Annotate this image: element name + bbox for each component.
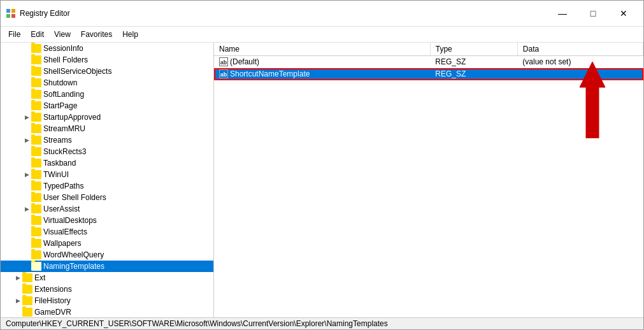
expand-arrow-startup-approved [22,113,31,122]
tree-label-wallpapers: Wallpapers [43,239,82,248]
menu-help[interactable]: Help [117,28,143,41]
row-default-type: REG_SZ [430,56,517,68]
expand-arrow-user-assist [22,204,31,213]
menu-bar: File Edit View Favorites Help [1,27,643,43]
menu-favorites[interactable]: Favorites [76,28,117,41]
expand-arrow-taskband [22,159,31,168]
folder-icon-shell-folders [31,55,41,64]
tree-label-typed-paths: TypedPaths [43,182,83,190]
expand-arrow-start-page [22,101,31,110]
expand-arrow-virtual-desktops [22,216,31,225]
row-shortcut-data [517,68,643,80]
tree-item-typed-paths[interactable]: TypedPaths [1,180,213,192]
tree-item-virtual-desktops[interactable]: VirtualDesktops [1,215,213,226]
tree-item-session-info[interactable]: SessionInfo [1,43,213,54]
tree-item-stream-mru[interactable]: StreamMRU [1,123,213,134]
tree-label-virtual-desktops: VirtualDesktops [43,216,97,225]
reg-icon-shortcut: ab ShortcutNameTemplate [219,69,310,78]
table-row[interactable]: ab (Default) REG_SZ (value not set) [214,56,643,68]
expand-arrow-shell-service-objects [22,67,31,76]
tree-item-wallpapers[interactable]: Wallpapers [1,238,213,249]
tree-item-file-history[interactable]: FileHistory [1,295,213,306]
expand-arrow-soft-landing [22,90,31,99]
tree-item-user-shell-folders[interactable]: User Shell Folders [1,192,213,203]
folder-icon-ext [22,273,32,282]
col-header-type[interactable]: Type [430,43,517,56]
tree-item-extensions[interactable]: Extensions [1,283,213,295]
tree-item-visual-effects[interactable]: VisualEffects [1,226,213,238]
expand-arrow-typed-paths [22,182,31,190]
tree-item-ext[interactable]: Ext [1,272,213,283]
tree-item-user-assist[interactable]: UserAssist [1,203,213,215]
folder-icon-twin-ui [31,170,41,179]
tree-item-soft-landing[interactable]: SoftLanding [1,89,213,100]
table-row[interactable]: ab ShortcutNameTemplate REG_SZ [214,68,643,80]
title-bar: Registry Editor — □ ✕ [1,1,643,27]
expand-arrow-file-history [13,296,22,305]
expand-arrow-twin-ui [22,170,31,179]
maximize-button[interactable]: □ [578,4,608,22]
menu-view[interactable]: View [49,28,76,41]
tree-label-user-assist: UserAssist [43,204,80,213]
detail-panel[interactable]: Name Type Data ab (Default) [214,43,643,317]
folder-icon-stream-mru [31,124,41,133]
tree-label-startup-approved: StartupApproved [43,113,101,122]
tree-label-user-shell-folders: User Shell Folders [43,193,106,202]
tree-item-naming-templates[interactable]: NamingTemplates [1,261,213,272]
tree-item-startup-approved[interactable]: StartupApproved [1,111,213,123]
expand-arrow-streams [22,136,31,145]
title-bar-left: Registry Editor [6,8,70,18]
tree-item-taskband[interactable]: Taskband [1,157,213,169]
expand-arrow-wallpapers [22,239,31,248]
registry-editor-window: Registry Editor — □ ✕ File Edit View Fav… [0,0,644,330]
table-header-row: Name Type Data [214,43,643,56]
tree-label-twin-ui: TWinUI [43,170,69,179]
menu-file[interactable]: File [3,28,25,41]
title-controls: — □ ✕ [548,4,638,22]
tree-label-file-history: FileHistory [34,296,71,305]
tree-item-start-page[interactable]: StartPage [1,100,213,111]
folder-icon-naming-templates [31,262,41,271]
close-button[interactable]: ✕ [609,4,638,22]
reg-icon-img-shortcut: ab [219,69,228,78]
col-header-data[interactable]: Data [517,43,643,56]
expand-arrow-ext [13,273,22,282]
col-header-name[interactable]: Name [214,43,430,56]
folder-icon-shell-service-objects [31,67,41,76]
tree-item-word-wheel-query[interactable]: WordWheelQuery [1,249,213,261]
folder-icon-taskband [31,159,41,168]
svg-rect-2 [6,14,10,18]
tree-item-streams[interactable]: Streams [1,134,213,146]
row-default-name: ab (Default) [214,56,430,68]
row-shortcut-type: REG_SZ [430,68,517,80]
expand-arrow-game-dvr [13,308,22,317]
tree-label-streams: Streams [43,136,72,145]
tree-item-game-dvr[interactable]: GameDVR [1,306,213,317]
tree-item-shell-service-objects[interactable]: ShellServiceObjects [1,66,213,77]
tree-item-shell-folders[interactable]: Shell Folders [1,54,213,66]
tree-label-shell-service-objects: ShellServiceObjects [43,67,111,76]
tree-label-session-info: SessionInfo [43,44,83,53]
tree-item-stuck-rects3[interactable]: StuckRects3 [1,146,213,157]
tree-panel[interactable]: SessionInfo Shell Folders ShellServiceOb… [1,43,214,317]
reg-icon-default: ab (Default) [219,57,259,66]
menu-edit[interactable]: Edit [25,28,49,41]
tree-item-shutdown[interactable]: Shutdown [1,77,213,89]
tree-label-stuck-rects3: StuckRects3 [43,147,86,156]
folder-icon-file-history [22,296,32,305]
tree-item-twin-ui[interactable]: TWinUI [1,169,213,180]
folder-icon-extensions [22,285,32,294]
tree-label-shell-folders: Shell Folders [43,55,88,64]
folder-icon-streams [31,136,41,145]
folder-icon-game-dvr [22,308,32,317]
folder-icon-session-info [31,44,41,53]
expand-arrow-stream-mru [22,124,31,133]
row-default-data: (value not set) [517,56,643,68]
expand-arrow-visual-effects [22,227,31,236]
folder-icon-user-assist [31,204,41,213]
minimize-button[interactable]: — [548,4,577,22]
expand-arrow-user-shell-folders [22,193,31,202]
tree-label-soft-landing: SoftLanding [43,90,84,99]
tree-label-extensions: Extensions [34,285,72,294]
expand-arrow-word-wheel-query [22,250,31,259]
